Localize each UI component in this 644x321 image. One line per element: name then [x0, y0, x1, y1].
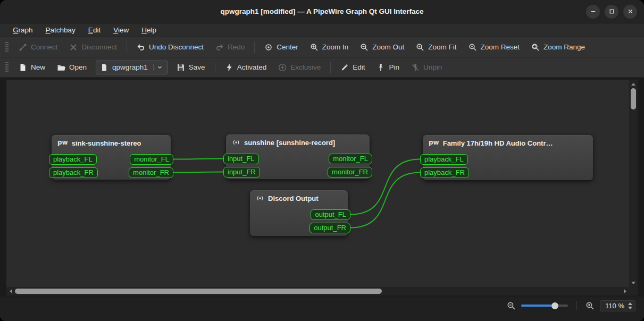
spin-down-icon[interactable] [628, 307, 632, 309]
toolbar-button-center[interactable]: Center [258, 39, 304, 55]
toolbar-button-new[interactable]: New [13, 60, 51, 75]
toolbar-label: New [31, 63, 45, 71]
toolbar-button-zoom-fit[interactable]: Zoom Fit [410, 39, 462, 55]
menu-graph[interactable]: Graph [6, 24, 39, 36]
zoom-slider-fill [521, 305, 555, 307]
port-monitor-fl[interactable]: monitor_FL [329, 154, 372, 164]
toolbar-button-connect[interactable]: Connect [13, 39, 63, 55]
port-monitor-fl[interactable]: monitor_FL [130, 154, 173, 165]
port-playback-fl[interactable]: playback_FL [420, 154, 468, 165]
graph-canvas[interactable]: pwsink-sunshine-stereoplayback_FLmonitor… [6, 80, 629, 287]
port-input-fl[interactable]: input_FL [223, 154, 259, 164]
save-icon [177, 63, 185, 72]
toolbar-button-disconnect[interactable]: Disconnect [63, 39, 123, 55]
node-title: sunshine [sunshine-record] [244, 139, 335, 147]
scroll-up-button[interactable] [629, 80, 638, 88]
menu-patchbay[interactable]: Patchbay [39, 24, 82, 36]
toolbar-handle[interactable] [5, 62, 9, 73]
status-separator [576, 301, 577, 310]
vertical-scrollbar-thumb[interactable] [631, 88, 636, 109]
port-row: playback_FLmonitor_FL [52, 153, 171, 166]
activated-icon [225, 63, 233, 72]
arrow-right-icon [624, 289, 626, 293]
toolbar-separator [330, 62, 331, 73]
toolbar-button-qpwgraph1[interactable]: qpwgraph1 [96, 61, 168, 74]
wires-layer [6, 80, 629, 287]
toolbar-button-activated[interactable]: Activated [219, 60, 273, 75]
toolbar-button-undo-disconnect[interactable]: Undo Disconnect [131, 39, 210, 55]
connection-wire[interactable] [350, 173, 420, 228]
port-playback-fr[interactable]: playback_FR [420, 167, 469, 178]
zoom-slider-track[interactable] [521, 305, 568, 307]
scroll-left-button[interactable] [6, 287, 15, 295]
toolbar-separator [215, 62, 215, 73]
horizontal-scrollbar[interactable] [6, 287, 629, 295]
toolbar-button-zoom-out[interactable]: Zoom Out [354, 39, 410, 55]
toolbar-handle[interactable] [5, 42, 9, 53]
connection-wire[interactable] [173, 159, 223, 159]
node-sunshine-sunshine-record[interactable]: sunshine [sunshine-record]input_FLmonito… [226, 134, 370, 179]
toolbar-button-zoom-range[interactable]: Zoom Range [525, 39, 591, 55]
zoom-reset-icon [469, 43, 477, 52]
arrow-up-icon [631, 83, 635, 86]
zoom-spinbox[interactable]: 110 % [600, 300, 635, 311]
spin-up-icon[interactable] [628, 302, 632, 305]
toolbar-button-zoom-reset[interactable]: Zoom Reset [463, 39, 526, 55]
node-discord-output[interactable]: Discord Outputoutput_FLoutput_FR [250, 190, 348, 236]
toolbar-button-zoom-in[interactable]: Zoom In [304, 39, 355, 55]
port-row: input_FRmonitor_FR [226, 165, 370, 179]
port-row: playback_FL [423, 153, 593, 166]
connection-wire[interactable] [173, 172, 223, 173]
port-monitor-fr[interactable]: monitor_FR [328, 167, 372, 178]
port-row: playback_FRmonitor_FR [52, 166, 171, 179]
port-playback-fl[interactable]: playback_FL [49, 154, 97, 165]
scroll-down-button[interactable] [629, 278, 638, 287]
toolbar-button-save[interactable]: Save [171, 60, 211, 75]
zoom-slider[interactable] [521, 301, 568, 310]
chevron-down-icon [153, 64, 163, 71]
port-row: output_FR [250, 221, 348, 234]
toolbar-button-open[interactable]: Open [51, 60, 93, 75]
exclusive-icon [278, 63, 287, 72]
toolbar-label: Open [69, 63, 87, 71]
window-maximize-button[interactable] [605, 5, 618, 19]
port-row: playback_FR [423, 166, 593, 179]
node-sink-sunshine-stereo[interactable]: pwsink-sunshine-stereoplayback_FLmonitor… [52, 135, 171, 180]
node-family-17h-19h-hd-audio-contr[interactable]: pwFamily 17h/19h HD Audio Contr…playback… [423, 135, 593, 180]
node-header: pwsink-sunshine-stereo [52, 135, 171, 153]
port-row: output_FL [250, 208, 348, 221]
port-monitor-fr[interactable]: monitor_FR [129, 167, 173, 178]
toolbar-button-exclusive[interactable]: Exclusive [272, 60, 327, 75]
toolbar-button-redo[interactable]: Redo [210, 39, 250, 55]
zoom-out-icon [360, 43, 369, 52]
window-minimize-button[interactable] [586, 5, 600, 19]
port-output-fr[interactable]: output_FR [310, 223, 350, 233]
scrollbar-corner [629, 287, 638, 295]
zoom-value[interactable]: 110 % [605, 302, 624, 310]
scroll-right-button[interactable] [621, 287, 629, 295]
title-bar[interactable]: qpwgraph1 [modified] — A PipeWire Graph … [0, 0, 644, 23]
toolbar-label: Disconnect [81, 43, 117, 51]
port-output-fl[interactable]: output_FL [311, 209, 350, 220]
center-icon [264, 43, 273, 52]
vertical-scrollbar[interactable] [629, 80, 638, 287]
toolbar-button-unpin[interactable]: Unpin [405, 60, 448, 75]
menu-help[interactable]: Help [135, 24, 163, 36]
redo-icon [215, 43, 224, 52]
port-playback-fr[interactable]: playback_FR [49, 167, 98, 178]
zoom-slider-handle[interactable] [551, 302, 558, 309]
toolbar-button-pin[interactable]: Pin [371, 60, 405, 75]
menu-view[interactable]: View [107, 24, 135, 36]
window-close-button[interactable] [623, 5, 637, 19]
window-title: qpwgraph1 [modified] — A PipeWire Graph … [220, 7, 423, 15]
port-row: input_FLmonitor_FL [226, 152, 370, 165]
toolbar-label: Connect [31, 43, 57, 51]
toolbar-label: Zoom Fit [428, 43, 456, 51]
canvas-wrap: pwsink-sunshine-stereoplayback_FLmonitor… [6, 80, 638, 295]
menu-edit[interactable]: Edit [82, 24, 107, 36]
toolbar-button-edit[interactable]: Edit [334, 60, 371, 75]
horizontal-scrollbar-thumb[interactable] [15, 289, 382, 294]
toolbar-file: NewOpenqpwgraph1SaveActivatedExclusiveEd… [0, 57, 644, 78]
port-input-fr[interactable]: input_FR [223, 167, 260, 178]
toolbar-label: Zoom In [322, 43, 349, 51]
